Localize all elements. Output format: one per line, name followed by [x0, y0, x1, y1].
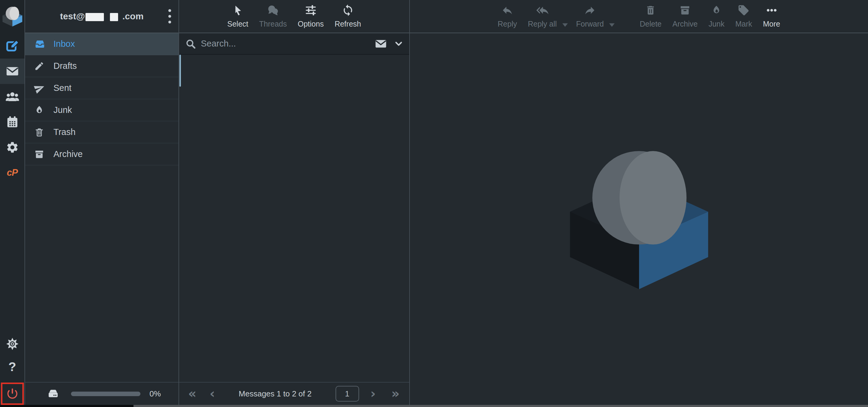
sidebar-item-cpanel[interactable]: cP — [0, 160, 25, 185]
search-input[interactable] — [201, 39, 369, 49]
cursor-icon — [232, 3, 243, 17]
options-button[interactable]: Options — [292, 0, 329, 33]
content-column: Reply Reply all — [410, 0, 868, 407]
disk-icon — [47, 387, 60, 400]
kebab-vertical-icon — [167, 8, 172, 24]
folder-label: Junk — [54, 105, 72, 115]
search-bar — [179, 33, 409, 55]
folder-list: Inbox Drafts Sent — [25, 33, 179, 382]
reply-icon — [501, 3, 514, 17]
folder-label: Archive — [54, 149, 83, 159]
last-page-button[interactable]: » — [392, 387, 400, 400]
redacted-domain-block — [86, 13, 104, 21]
archive-button[interactable]: Archive — [667, 0, 703, 33]
message-list-column: Select Threads — [179, 0, 410, 407]
paper-plane-icon — [34, 83, 45, 94]
tag-icon — [738, 3, 750, 17]
folder-label: Inbox — [54, 39, 75, 49]
inbox-tray-icon — [34, 38, 45, 50]
first-page-button[interactable]: « — [188, 387, 196, 400]
sliders-icon — [304, 3, 317, 17]
reply-all-button[interactable]: Reply all — [523, 0, 562, 33]
select-button[interactable]: Select — [222, 0, 254, 33]
pagination-bar: « ‹ Messages 1 to 2 of 2 › » — [179, 382, 409, 405]
horizontal-scrollbar[interactable] — [0, 405, 868, 407]
sidebar-item-help[interactable]: ? — [0, 355, 25, 378]
calendar-icon — [6, 115, 19, 129]
quota-statusbar: 0% — [25, 382, 179, 405]
sidebar-item-logout[interactable] — [1, 382, 24, 405]
refresh-button[interactable]: Refresh — [329, 0, 367, 33]
sidebar-spacer — [0, 185, 25, 333]
horizontal-scrollbar-thumb[interactable] — [0, 405, 133, 407]
app-logo — [0, 0, 25, 33]
messages-count-status: Messages 1 to 2 of 2 — [215, 389, 335, 399]
junk-button[interactable]: Junk — [703, 0, 730, 33]
watermark-container — [410, 33, 868, 407]
archive-box-icon — [679, 3, 691, 17]
chat-bubbles-icon — [267, 3, 279, 17]
reply-button[interactable]: Reply — [492, 0, 523, 33]
quota-progress-bar — [71, 392, 141, 396]
forward-icon — [584, 3, 596, 17]
list-scrollbar-thumb[interactable] — [179, 55, 181, 87]
folder-row-sent[interactable]: Sent — [25, 77, 179, 99]
threads-button[interactable]: Threads — [254, 0, 292, 33]
sidebar-item-contacts[interactable] — [0, 84, 25, 109]
folder-row-archive[interactable]: Archive — [25, 144, 179, 165]
sync-icon — [342, 3, 354, 17]
account-header: test@.com — [25, 0, 179, 33]
account-prefix: test@ — [60, 11, 85, 22]
archive-box-icon — [34, 149, 45, 159]
gear-icon — [6, 141, 19, 154]
more-button[interactable]: More — [757, 0, 785, 33]
reply-all-icon — [536, 3, 549, 17]
sidebar-item-compose[interactable] — [0, 33, 25, 59]
folder-row-drafts[interactable]: Drafts — [25, 55, 179, 77]
power-icon — [6, 387, 19, 400]
next-page-button[interactable]: › — [371, 387, 376, 400]
webmail-app: cP ? test@.com — [0, 0, 868, 407]
app-sidebar: cP ? — [0, 0, 25, 407]
redacted-domain-block — [110, 13, 118, 21]
delete-button[interactable]: Delete — [634, 0, 667, 33]
message-list-body[interactable] — [179, 55, 409, 382]
roundcube-watermark-logo — [569, 151, 709, 289]
account-name: test@.com — [60, 11, 144, 22]
sun-icon — [6, 337, 19, 350]
ellipsis-icon — [765, 3, 778, 17]
sidebar-item-theme[interactable] — [0, 333, 25, 355]
mark-button[interactable]: Mark — [730, 0, 758, 33]
message-toolbar: Reply Reply all — [410, 0, 868, 33]
folder-row-junk[interactable]: Junk — [25, 99, 179, 121]
cpanel-icon: cP — [7, 167, 18, 178]
sidebar-item-settings[interactable] — [0, 135, 25, 160]
forward-button[interactable]: Forward — [571, 0, 610, 33]
sidebar-item-calendar[interactable] — [0, 109, 25, 135]
roundcube-logo-icon — [2, 4, 22, 29]
flame-icon — [34, 105, 45, 115]
quota-percent: 0% — [150, 389, 161, 399]
search-scope-envelope-icon[interactable] — [375, 38, 387, 50]
account-menu-button[interactable] — [167, 8, 172, 24]
compose-icon — [5, 39, 19, 53]
folder-row-trash[interactable]: Trash — [25, 121, 179, 144]
account-suffix: .com — [122, 11, 144, 22]
folders-column: test@.com Inbox — [25, 0, 179, 407]
folder-label: Sent — [54, 83, 71, 93]
trash-icon — [645, 3, 656, 17]
page-number-input[interactable] — [336, 386, 359, 402]
sidebar-item-mail[interactable] — [0, 59, 25, 84]
search-options-chevron-down-icon[interactable] — [394, 39, 403, 48]
trash-icon — [34, 127, 45, 137]
previous-page-button[interactable]: ‹ — [210, 387, 215, 400]
folder-label: Trash — [54, 127, 75, 137]
folder-label: Drafts — [54, 61, 77, 71]
search-icon — [185, 38, 196, 49]
question-icon: ? — [8, 359, 16, 374]
flame-icon — [711, 3, 722, 17]
list-toolbar: Select Threads — [179, 0, 409, 33]
folder-row-inbox[interactable]: Inbox — [25, 33, 179, 55]
message-preview-pane — [410, 33, 868, 407]
envelope-icon — [6, 65, 19, 78]
